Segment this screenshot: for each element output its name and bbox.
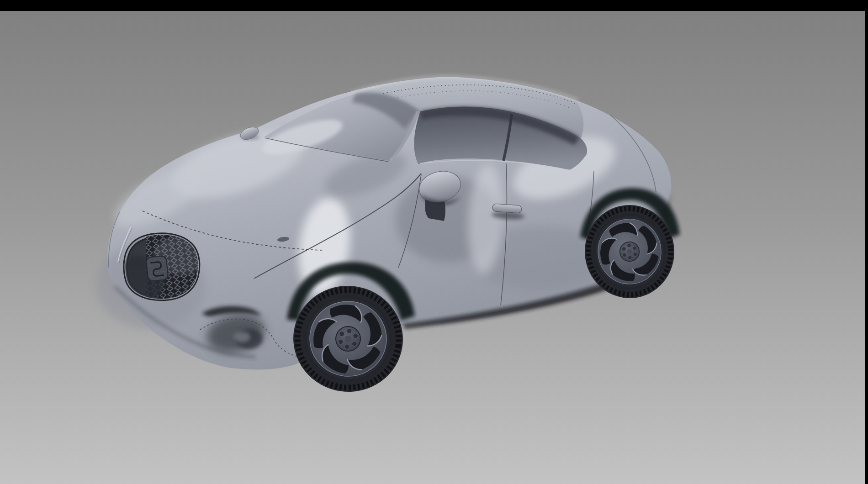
- cad-application-window: [0, 0, 868, 484]
- right-black-bar: [865, 0, 868, 484]
- car-3d-model[interactable]: [0, 0, 868, 484]
- seat-badge: [146, 256, 168, 281]
- top-black-bar: [0, 0, 868, 11]
- windshield: [259, 93, 419, 162]
- 3d-viewport[interactable]: [0, 0, 868, 484]
